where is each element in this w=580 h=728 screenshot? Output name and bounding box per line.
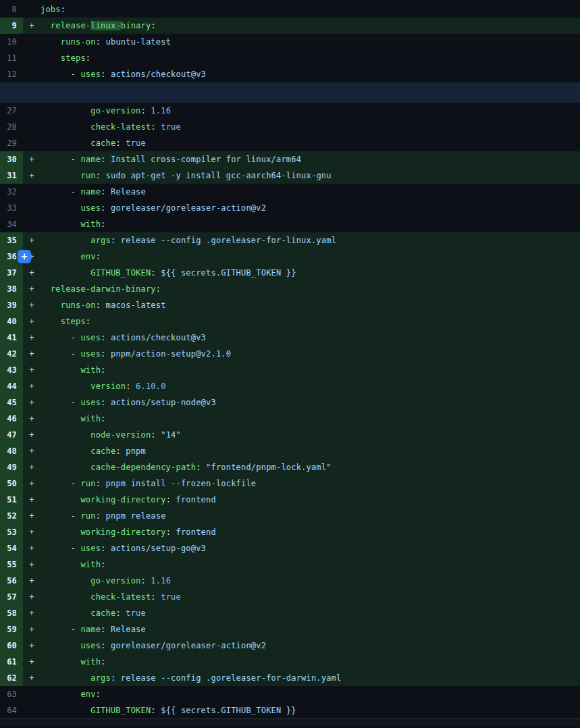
code-token: true: [161, 592, 181, 602]
code-token: steps: [61, 53, 86, 63]
line-number[interactable]: 45: [0, 394, 23, 411]
line-number[interactable]: 60: [0, 638, 23, 654]
code-token: go-version: [90, 106, 140, 115]
line-number[interactable]: 62: [0, 670, 23, 686]
code-token: :: [151, 592, 161, 602]
code-line: + args: release --config .goreleaser-for…: [23, 670, 580, 686]
code-token: -: [41, 187, 80, 197]
line-number[interactable]: 52: [0, 508, 23, 524]
line-number[interactable]: 11: [0, 50, 23, 66]
line-number[interactable]: 47: [0, 427, 23, 443]
line-number[interactable]: 49: [0, 459, 23, 475]
hunk-expand-row[interactable]: [0, 82, 580, 103]
code-token: -: [41, 625, 80, 634]
line-number[interactable]: 35: [0, 232, 23, 249]
diff-line: 56+ go-version: 1.16: [0, 573, 580, 589]
added-line-marker: +: [23, 427, 41, 443]
line-number[interactable]: 53: [0, 524, 23, 540]
code-token: node-version: [90, 430, 151, 440]
line-number[interactable]: 61: [0, 654, 23, 670]
line-number[interactable]: 42: [0, 346, 23, 362]
line-number[interactable]: 54: [0, 540, 23, 556]
line-number[interactable]: 57: [0, 589, 23, 605]
added-line-marker: +: [23, 313, 41, 330]
code-line: env:: [23, 686, 580, 702]
code-token: [41, 106, 90, 115]
code-token: [41, 608, 90, 618]
line-number[interactable]: 39: [0, 297, 23, 313]
code-token: cache: [90, 608, 115, 618]
code-token: Install cross-compiler for linux/arm64: [111, 155, 301, 164]
added-line-marker: +: [23, 621, 41, 638]
line-number[interactable]: 33: [0, 200, 23, 216]
line-number[interactable]: 55: [0, 556, 23, 573]
line-number[interactable]: 46: [0, 411, 23, 427]
line-number[interactable]: 48: [0, 443, 23, 459]
diff-line: 32 - name: Release: [0, 184, 580, 200]
code-token: ${{ secrets.GITHUB_TOKEN }}: [161, 268, 296, 278]
line-number[interactable]: 12: [0, 66, 23, 82]
line-number[interactable]: 38: [0, 281, 23, 297]
code-token: [41, 21, 51, 30]
code-token: :: [96, 171, 106, 180]
line-number[interactable]: 44: [0, 378, 23, 394]
code-token: cache: [90, 446, 115, 456]
added-line-marker: +: [23, 330, 41, 346]
line-number[interactable]: 29: [0, 135, 23, 151]
line-number[interactable]: 59: [0, 621, 23, 638]
added-line-marker: +: [23, 443, 41, 459]
code-token: :: [101, 70, 111, 79]
line-number[interactable]: 63: [0, 686, 23, 702]
diff-line: 53+ working-directory: frontend: [0, 524, 580, 540]
line-number[interactable]: 40: [0, 313, 23, 330]
code-token: :: [151, 21, 155, 30]
code-token: [41, 592, 90, 602]
code-line: + release-darwin-binary:: [23, 281, 580, 297]
code-token: Release: [111, 625, 146, 634]
line-number[interactable]: 43: [0, 362, 23, 378]
code-token: name: [80, 625, 101, 634]
code-token: sudo apt-get -y install gcc-aarch64-linu…: [106, 171, 332, 180]
diff-line: 30+ - name: Install cross-compiler for l…: [0, 151, 580, 167]
line-number[interactable]: 10: [0, 34, 23, 50]
added-line-marker: +: [23, 654, 41, 670]
line-number[interactable]: 58: [0, 605, 23, 621]
line-number[interactable]: 34: [0, 216, 23, 232]
diff-line: 55+ with:: [0, 556, 580, 573]
line-number[interactable]: 8: [0, 1, 23, 18]
line-number[interactable]: 31: [0, 167, 23, 184]
diff-line: 61+ with:: [0, 654, 580, 670]
code-token: release-darwin-binary: [51, 284, 156, 294]
code-line: check-latest: true: [23, 119, 580, 135]
line-number[interactable]: 37: [0, 265, 23, 281]
diff-viewer: 8jobs:9+ release-linux-binary:10 runs-on…: [0, 0, 580, 728]
code-token: 6.10.0: [136, 382, 166, 391]
code-token: check-latest: [90, 122, 151, 132]
code-token: :: [96, 252, 101, 261]
line-number[interactable]: 28: [0, 119, 23, 135]
code-token: -: [41, 70, 80, 79]
code-token: release-: [51, 21, 90, 30]
added-line-marker: +: [23, 297, 41, 313]
code-token: env: [80, 252, 95, 261]
line-number[interactable]: 9: [0, 18, 23, 34]
line-number[interactable]: 27: [0, 103, 23, 119]
line-number[interactable]: 51: [0, 492, 23, 508]
line-number[interactable]: 32: [0, 184, 23, 200]
diff-line: 46+ with:: [0, 411, 580, 427]
line-number[interactable]: 56: [0, 573, 23, 589]
line-number[interactable]: 30: [0, 151, 23, 167]
line-number[interactable]: 41: [0, 330, 23, 346]
line-number[interactable]: 50: [0, 475, 23, 492]
diff-line: 9+ release-linux-binary:: [0, 18, 580, 34]
diff-line: 50+ - run: pnpm install --frozen-lockfil…: [0, 475, 580, 492]
code-token: :: [96, 301, 106, 310]
added-line-marker: +: [23, 346, 41, 362]
line-number[interactable]: 64: [0, 702, 23, 719]
add-comment-button[interactable]: +: [18, 250, 31, 263]
diff-line: 37+ GITHUB_TOKEN: ${{ secrets.GITHUB_TOK…: [0, 265, 580, 281]
diff-line: 11 steps:: [0, 50, 580, 66]
code-token: [41, 430, 90, 440]
code-token: with: [80, 219, 101, 229]
diff-line: 63 env:: [0, 686, 580, 702]
